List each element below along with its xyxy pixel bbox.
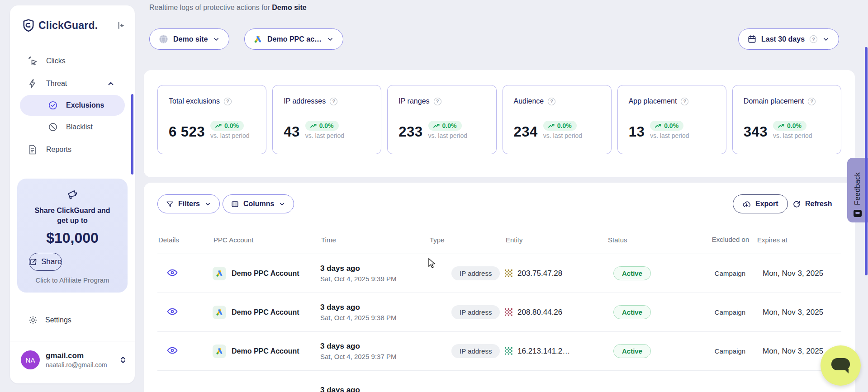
- trend-badge: 0.0%: [650, 121, 683, 131]
- sidebar-item-settings[interactable]: Settings: [28, 315, 71, 325]
- lightning-icon: [28, 79, 39, 89]
- entity-identicon: [505, 308, 512, 316]
- trend-value: 0.0%: [787, 122, 802, 129]
- help-icon[interactable]: ?: [681, 98, 688, 105]
- user-account-menu[interactable]: NA gmail.com naatali.ro@gmail.com: [21, 350, 127, 369]
- date-range-selector[interactable]: Last 30 days ?: [738, 28, 839, 50]
- trend-up-icon: [655, 123, 661, 128]
- sidebar-scrollbar[interactable]: [131, 94, 133, 175]
- exclusions-table-card: Filters Columns Export Refresh Details P…: [144, 183, 855, 392]
- stat-card-total-exclusions: Total exclusions? 6 523 0.0% vs. last pe…: [157, 85, 266, 154]
- stat-caption: vs. last period: [543, 132, 582, 139]
- promo-text: Share ClickGuard and get up to: [17, 206, 128, 225]
- ban-icon: [48, 122, 59, 132]
- gear-icon: [28, 315, 38, 325]
- trend-badge: 0.0%: [428, 121, 462, 131]
- filters-button-label: Filters: [178, 200, 200, 208]
- help-icon[interactable]: ?: [808, 98, 816, 105]
- view-details-eye-icon[interactable]: [166, 306, 178, 317]
- help-icon[interactable]: ?: [810, 35, 817, 43]
- stat-caption: vs. last period: [428, 132, 467, 139]
- date-range-value: Last 30 days: [761, 35, 805, 43]
- promo-amount: $10,000: [17, 230, 128, 246]
- help-icon[interactable]: ?: [548, 98, 555, 105]
- google-ads-icon: [213, 345, 226, 358]
- stat-label: Domain placement: [744, 97, 804, 105]
- trend-up-icon: [778, 123, 784, 128]
- stat-caption: vs. last period: [210, 132, 249, 139]
- stat-value: 234: [514, 124, 538, 140]
- column-header-expires: Expires at: [756, 236, 841, 244]
- entity-value: 203.75.47.28: [517, 269, 562, 278]
- stat-label: IP ranges: [398, 97, 429, 105]
- expires-at-value: Mon, Nov 3, 2025: [756, 308, 841, 317]
- avatar: NA: [21, 350, 40, 369]
- table-header-row: Details PPC Account Time Type Entity Sta…: [157, 226, 841, 254]
- affiliate-promo-card[interactable]: Share ClickGuard and get up to $10,000 S…: [17, 179, 128, 293]
- affiliate-program-link[interactable]: Click to Affiliate Program: [17, 276, 128, 284]
- sidebar-item-exclusions[interactable]: Exclusions: [20, 95, 125, 116]
- sidebar-item-clicks[interactable]: Clicks: [10, 50, 135, 72]
- entity-value: 16.213.141.2…: [517, 347, 570, 356]
- stats-grid: Total exclusions? 6 523 0.0% vs. last pe…: [157, 85, 841, 154]
- columns-button[interactable]: Columns: [223, 194, 294, 213]
- trend-badge: 0.0%: [543, 121, 577, 131]
- view-details-eye-icon[interactable]: [166, 345, 178, 356]
- logo-row: ClickGuard.: [23, 19, 126, 32]
- chat-launcher-button[interactable]: [821, 345, 861, 386]
- brand-name: ClickGuard.: [38, 19, 98, 32]
- stat-card-audience: Audience? 234 0.0% vs. last period: [503, 85, 612, 154]
- share-button[interactable]: Share: [29, 253, 62, 271]
- trend-value: 0.0%: [319, 122, 334, 129]
- sidebar-item-threat[interactable]: Threat: [10, 72, 135, 95]
- help-icon[interactable]: ?: [224, 98, 232, 105]
- site-selector[interactable]: Demo site: [149, 28, 229, 50]
- column-header-entity: Entity: [505, 236, 607, 244]
- column-header-status: Status: [607, 236, 704, 244]
- sidebar-item-label: Blacklist: [66, 123, 93, 131]
- time-absolute: Sat, Oct 4, 2025 9:39 PM: [320, 275, 429, 283]
- stat-caption: vs. last period: [305, 132, 344, 139]
- column-header-account: PPC Account: [213, 236, 320, 244]
- time-relative: 3 days ago: [320, 342, 429, 351]
- stat-caption: vs. last period: [650, 132, 689, 139]
- help-icon[interactable]: ?: [330, 98, 337, 105]
- page-scrollbar-thumb[interactable]: [865, 47, 868, 275]
- stat-card-app-placement: App placement? 13 0.0% vs. last period: [617, 85, 726, 154]
- export-button-label: Export: [755, 200, 778, 208]
- ppc-account-selector[interactable]: Demo PPC ac…: [244, 28, 343, 50]
- clickguard-shield-icon: [23, 19, 34, 32]
- account-name: Demo PPC Account: [232, 269, 299, 278]
- trend-value: 0.0%: [224, 122, 239, 129]
- stat-label: IP addresses: [284, 97, 326, 105]
- export-button[interactable]: Export: [733, 194, 788, 213]
- feedback-tab-label: Feedback: [854, 172, 862, 205]
- stats-section: Total exclusions? 6 523 0.0% vs. last pe…: [144, 70, 855, 177]
- columns-icon: [231, 200, 239, 208]
- trend-badge: 0.0%: [773, 121, 806, 131]
- sidebar-item-blacklist[interactable]: Blacklist: [10, 116, 135, 138]
- stat-card-ip-ranges: IP ranges? 233 0.0% vs. last period: [387, 85, 496, 154]
- app-root: ClickGuard. Clicks Threat: [0, 0, 868, 392]
- badge-check-icon: [48, 100, 59, 110]
- globe-icon: [159, 34, 168, 44]
- refresh-button[interactable]: Refresh: [792, 194, 832, 213]
- trend-badge: 0.0%: [210, 121, 244, 131]
- chevron-down-icon: [327, 36, 334, 43]
- trend-badge: 0.0%: [305, 121, 339, 131]
- sidebar-item-label: Threat: [46, 80, 67, 88]
- stat-label: Total exclusions: [169, 97, 220, 105]
- user-email: naatali.ro@gmail.com: [46, 361, 107, 368]
- sidebar-item-reports[interactable]: Reports: [10, 138, 135, 161]
- page-subtitle: Realtime logs of protective actions for …: [149, 4, 307, 12]
- help-icon[interactable]: ?: [434, 98, 441, 105]
- chevron-down-icon: [822, 36, 830, 43]
- google-ads-icon: [213, 306, 226, 319]
- expires-at-value: Mon, Nov 3, 2025: [756, 269, 841, 278]
- view-details-eye-icon[interactable]: [166, 267, 178, 279]
- collapse-sidebar-icon[interactable]: [116, 20, 126, 30]
- filters-button[interactable]: Filters: [157, 194, 220, 213]
- chevron-updown-icon: [119, 355, 127, 364]
- sidebar-divider: [10, 341, 135, 341]
- table-toolbar: Filters Columns Export Refresh: [157, 194, 841, 213]
